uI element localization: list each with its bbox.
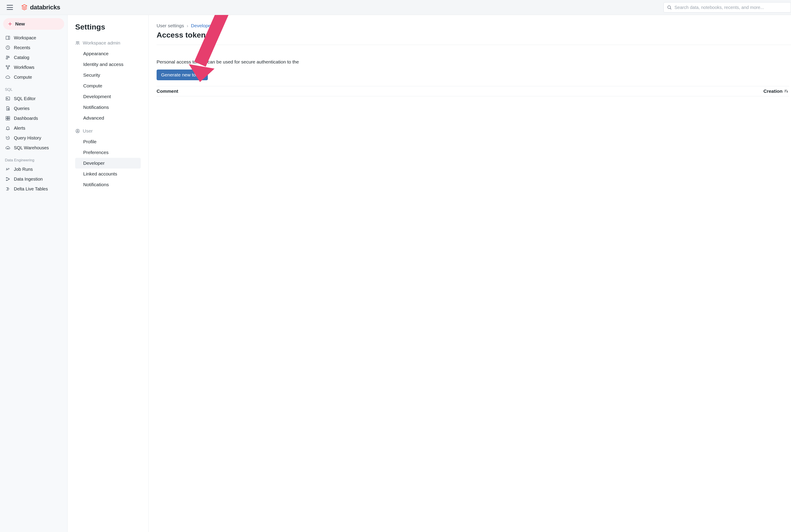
left-sidebar: New Workspace Recents Catalog Workflows … bbox=[0, 15, 68, 532]
sidebar-item-compute[interactable]: Compute bbox=[3, 72, 64, 82]
page-title: Access tokens bbox=[157, 31, 791, 39]
settings-item-linked-accounts[interactable]: Linked accounts bbox=[75, 169, 141, 179]
crumb-developer[interactable]: Developer bbox=[191, 23, 213, 28]
settings-item-notifications[interactable]: Notifications bbox=[75, 102, 141, 113]
queries-icon bbox=[5, 106, 11, 111]
clock-icon bbox=[5, 45, 11, 51]
settings-group-workspace-admin: Workspace admin bbox=[75, 40, 141, 45]
sidebar-item-job-runs[interactable]: Job Runs bbox=[3, 164, 64, 174]
column-comment[interactable]: Comment bbox=[157, 89, 178, 94]
sidebar-item-dashboards[interactable]: Dashboards bbox=[3, 113, 64, 123]
sidebar-section-de: Data Engineering bbox=[3, 153, 64, 164]
user-icon bbox=[75, 129, 80, 133]
sidebar-item-label: Alerts bbox=[14, 126, 25, 131]
sidebar-item-label: Query History bbox=[14, 135, 41, 140]
databricks-icon bbox=[21, 4, 28, 11]
sidebar-item-label: Recents bbox=[14, 45, 30, 50]
new-button-label: New bbox=[15, 21, 25, 26]
sidebar-item-queries[interactable]: Queries bbox=[3, 103, 64, 113]
menu-icon[interactable] bbox=[7, 5, 13, 10]
warehouse-icon bbox=[5, 145, 11, 151]
settings-item-identity-and-access[interactable]: Identity and access bbox=[75, 59, 141, 70]
sidebar-item-label: Job Runs bbox=[14, 167, 33, 172]
content-area: User settings › Developer › Access token… bbox=[149, 15, 791, 532]
new-button[interactable]: New bbox=[3, 18, 64, 30]
sidebar-item-catalog[interactable]: Catalog bbox=[3, 53, 64, 62]
sidebar-item-recents[interactable]: Recents bbox=[3, 43, 64, 53]
sidebar-item-data-ingestion[interactable]: Data Ingestion bbox=[3, 174, 64, 184]
sidebar-section-sql: SQL bbox=[3, 82, 64, 94]
jobruns-icon bbox=[5, 166, 11, 172]
sidebar-item-query-history[interactable]: Query History bbox=[3, 133, 64, 143]
sort-icon bbox=[784, 89, 788, 93]
settings-item-compute[interactable]: Compute bbox=[75, 80, 141, 91]
settings-item-security[interactable]: Security bbox=[75, 70, 141, 80]
settings-group-user: User bbox=[75, 128, 141, 134]
settings-item-development[interactable]: Development bbox=[75, 91, 141, 102]
sidebar-item-label: SQL Warehouses bbox=[14, 145, 49, 150]
table-header: Comment Creation bbox=[157, 86, 789, 96]
sidebar-item-sql-warehouses[interactable]: SQL Warehouses bbox=[3, 143, 64, 153]
catalog-icon bbox=[5, 55, 11, 60]
settings-item-appearance[interactable]: Appearance bbox=[75, 48, 141, 59]
cloud-icon bbox=[5, 74, 11, 80]
ingest-icon bbox=[5, 176, 11, 182]
sidebar-item-label: Data Ingestion bbox=[14, 176, 43, 182]
column-creation[interactable]: Creation bbox=[764, 89, 788, 94]
breadcrumb: User settings › Developer › bbox=[157, 23, 791, 28]
sidebar-item-workspace[interactable]: Workspace bbox=[3, 33, 64, 43]
settings-nav: Settings Workspace admin AppearanceIdent… bbox=[68, 15, 149, 532]
search-input[interactable] bbox=[674, 5, 788, 10]
settings-title: Settings bbox=[75, 23, 141, 31]
dashboard-icon bbox=[5, 115, 11, 121]
topbar: databricks bbox=[0, 0, 791, 15]
sql-icon bbox=[5, 96, 11, 101]
sidebar-item-label: Queries bbox=[14, 106, 30, 111]
generate-new-token-button[interactable]: Generate new token bbox=[157, 70, 208, 80]
brand-logo[interactable]: databricks bbox=[21, 4, 60, 11]
bell-icon bbox=[5, 125, 11, 131]
sidebar-item-label: Workspace bbox=[14, 35, 36, 40]
global-search[interactable] bbox=[663, 2, 791, 13]
sidebar-item-label: Compute bbox=[14, 75, 32, 80]
brand-text: databricks bbox=[30, 4, 60, 11]
workspace-admin-icon bbox=[75, 40, 80, 45]
chevron-right-icon: › bbox=[187, 23, 188, 28]
settings-item-notifications[interactable]: Notifications bbox=[75, 179, 141, 190]
page-description: Personal access tokens can be used for s… bbox=[157, 59, 791, 64]
sidebar-item-workflows[interactable]: Workflows bbox=[3, 62, 64, 72]
settings-item-advanced[interactable]: Advanced bbox=[75, 113, 141, 124]
sidebar-item-delta-live-tables[interactable]: Delta Live Tables bbox=[3, 184, 64, 194]
settings-item-developer[interactable]: Developer bbox=[75, 158, 141, 169]
sidebar-item-sql-editor[interactable]: SQL Editor bbox=[3, 94, 64, 103]
sidebar-item-label: Dashboards bbox=[14, 116, 38, 121]
dlt-icon bbox=[5, 186, 11, 192]
sidebar-item-label: SQL Editor bbox=[14, 96, 36, 101]
plus-icon bbox=[7, 21, 13, 26]
chevron-right-icon: › bbox=[215, 23, 217, 28]
workspace-icon bbox=[5, 35, 11, 41]
sidebar-item-label: Delta Live Tables bbox=[14, 186, 48, 192]
sidebar-item-label: Catalog bbox=[14, 55, 29, 60]
settings-item-preferences[interactable]: Preferences bbox=[75, 147, 141, 158]
settings-item-profile[interactable]: Profile bbox=[75, 136, 141, 147]
sidebar-item-label: Workflows bbox=[14, 65, 34, 70]
history-icon bbox=[5, 135, 11, 141]
search-icon bbox=[667, 5, 672, 10]
sidebar-item-alerts[interactable]: Alerts bbox=[3, 123, 64, 133]
crumb-user-settings[interactable]: User settings bbox=[157, 23, 184, 28]
workflow-icon bbox=[5, 64, 11, 70]
